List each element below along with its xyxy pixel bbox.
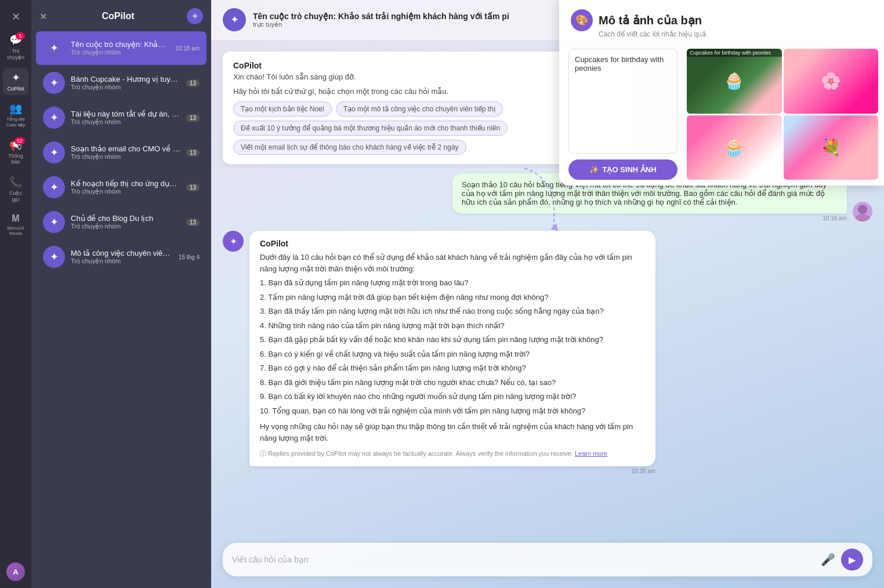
- sidebar-conversation-item[interactable]: ✦ Soạn thảo email cho CMO về kế hoạch ..…: [36, 136, 206, 169]
- image-source-tag: Cupcakes for birthday with peonies: [687, 49, 782, 57]
- close-button[interactable]: ✕: [3, 7, 28, 27]
- sidebar-item-chat[interactable]: 💬 5 Trò chuyện: [3, 30, 28, 64]
- copilot-question-item: 2. Tấm pin năng lượng mặt trời đã giúp b…: [260, 292, 645, 303]
- conversation-avatar: ✦: [43, 141, 65, 164]
- conversation-count: 13: [186, 184, 200, 191]
- conversation-meta: 10:18 am: [175, 45, 200, 52]
- conversation-content: Mô tả công việc chuyên viên tiếp thị Trò…: [71, 249, 173, 265]
- chat-input-wrapper: 🎤 ▶: [223, 543, 872, 576]
- sidebar-item-copilot[interactable]: ✦ CoPilot: [3, 68, 28, 96]
- chat-label: Trò chuyện: [5, 48, 26, 61]
- conversation-meta: 13: [186, 219, 200, 226]
- conversation-content: Soạn thảo email cho CMO về kế hoạch ... …: [71, 144, 180, 161]
- user-message-time: 10:16 am: [452, 215, 847, 222]
- calls-icon: 📞: [9, 176, 22, 188]
- conversation-subtitle: Trò chuyện nhóm: [71, 153, 180, 161]
- sidebar-conversation-item[interactable]: ✦ Kế hoạch tiếp thị cho ứng dụng CRM vớ.…: [36, 170, 206, 204]
- conversation-count: 13: [186, 114, 200, 122]
- sidebar-item-contacts[interactable]: 👥 Tổng đàiCalls tiếp: [3, 99, 28, 131]
- sidebar-conversation-item[interactable]: ✦ Tài liệu này tóm tắt về dự án, bao gồm…: [36, 101, 206, 135]
- suggestion-pill[interactable]: Tạo một kịch bản tiệc Noel: [233, 101, 332, 117]
- sparkle-icon: ✨: [589, 165, 599, 174]
- conversation-content: Chủ đề cho Blog Du lịch Trò chuyện nhóm: [71, 214, 180, 230]
- image-gen-content: Cupcakes for birthday with peonies ✨ TẠO…: [559, 43, 884, 186]
- conversation-title: Chủ đề cho Blog Du lịch: [71, 214, 180, 223]
- conversation-meta: 13: [186, 149, 200, 157]
- copilot-icon: ✦: [12, 71, 20, 84]
- sidebar-conversation-item[interactable]: ✦ Bánh Cupcake - Hương vị tuyệt vời cho …: [36, 66, 206, 100]
- copilot-question-item: 8. Bạn đã giới thiệu tấm pin năng lượng …: [260, 377, 645, 389]
- sidebar-close-button[interactable]: ✕: [39, 11, 47, 22]
- conversation-subtitle: Trò chuyện nhóm: [71, 223, 180, 230]
- image-cell[interactable]: 🌸: [784, 49, 879, 114]
- conversation-title: Tên cuộc trò chuyện: Khảo sát trả...: [71, 40, 169, 49]
- copilot-avatar-icon: ✦: [50, 146, 59, 159]
- sidebar-item-broadcast[interactable]: 📢 52 Thông báo: [3, 135, 28, 169]
- conversation-content: Bánh Cupcake - Hương vị tuyệt vời cho ..…: [71, 75, 180, 91]
- send-icon: ▶: [849, 554, 856, 565]
- svg-point-0: [858, 205, 867, 214]
- sidebar-conversation-item[interactable]: ✦ Mô tả công việc chuyên viên tiếp thị T…: [36, 240, 206, 274]
- sidebar-conversation-item[interactable]: ✦ Chủ đề cho Blog Du lịch Trò chuyện nhó…: [36, 205, 206, 239]
- sidebar-add-button[interactable]: +: [187, 8, 203, 24]
- user-avatar[interactable]: A: [6, 562, 25, 581]
- copilot-question-item: 3. Bạn đã thấy tấm pin năng lượng mặt tr…: [260, 306, 645, 317]
- conversation-subtitle: Trò chuyện nhóm: [71, 188, 180, 195]
- svg-point-1: [854, 214, 871, 222]
- mic-button[interactable]: 🎤: [821, 553, 835, 567]
- icon-bar: ✕ 💬 5 Trò chuyện ✦ CoPilot 👥 Tổng đàiCal…: [0, 0, 31, 588]
- conversation-title: Mô tả công việc chuyên viên tiếp thị: [71, 249, 173, 257]
- copilot-question-item: 5. Bạn đã gặp phải bất kỳ vấn đề hoặc kh…: [260, 334, 645, 346]
- suggestion-pill[interactable]: Đề xuất 10 ý tưởng để quảng bá một thươn…: [233, 121, 508, 136]
- sidebar-conversation-item[interactable]: ✦ Tên cuộc trò chuyện: Khảo sát trả... T…: [36, 31, 206, 65]
- cupcake-image: 💐: [784, 115, 879, 180]
- conversation-title: Tài liệu này tóm tắt về dự án, bao gồm .…: [71, 110, 180, 118]
- contacts-icon: 👥: [9, 102, 22, 115]
- broadcast-badge: 52: [15, 137, 25, 144]
- copilot-response: ✦ CoPilot Dưới đây là 10 câu hỏi bạn có …: [223, 231, 872, 474]
- create-image-button[interactable]: ✨ TẠO SINH ẢNH: [568, 159, 678, 180]
- copilot-avatar-icon: ✦: [50, 216, 59, 228]
- copilot-question-item: 4. Những tính năng nào của tấm pin năng …: [260, 320, 645, 332]
- image-gen-overlay: 🎨 Mô tả ảnh của bạn Cách để viết các lời…: [559, 0, 884, 186]
- user-avatar-chat: [853, 202, 872, 222]
- conversation-content: Tài liệu này tóm tắt về dự án, bao gồm .…: [71, 110, 180, 126]
- suggestion-pill[interactable]: Viết một email lịch sự để thông báo cho …: [233, 140, 466, 155]
- cupcake-image: 🧁: [687, 49, 782, 114]
- copilot-avatar-icon: ✦: [50, 251, 59, 263]
- image-gen-header: 🎨 Mô tả ảnh của bạn Cách để viết các lời…: [559, 0, 884, 43]
- send-button[interactable]: ▶: [841, 549, 863, 571]
- suggestion-pill[interactable]: Tạo một mô tả công việc cho chuyên viên …: [336, 101, 503, 117]
- media-label: Bitmx24Media: [8, 226, 24, 237]
- palette-icon: 🎨: [575, 14, 588, 27]
- sidebar-item-media[interactable]: M Bitmx24Media: [3, 210, 28, 240]
- image-cell[interactable]: 🧁: [687, 115, 782, 180]
- copilot-question-item: 9. Bạn có bất kỳ lời khuyên nào cho nhữn…: [260, 391, 645, 402]
- learn-more-link[interactable]: Learn more: [575, 450, 607, 457]
- conversation-time: 15 thg 4: [179, 254, 200, 260]
- chat-input[interactable]: [232, 555, 815, 564]
- conversation-title: Soạn thảo email cho CMO về kế hoạch ...: [71, 144, 180, 153]
- conversation-title: Kế hoạch tiếp thị cho ứng dụng CRM vớ...: [71, 179, 180, 188]
- sidebar-header: ✕ CoPilot +: [31, 0, 211, 30]
- conversation-content: Kế hoạch tiếp thị cho ứng dụng CRM vớ...…: [71, 179, 180, 195]
- image-cell[interactable]: Cupcakes for birthday with peonies🧁: [687, 49, 782, 114]
- conversation-avatar: ✦: [43, 107, 65, 129]
- image-cell[interactable]: 💐: [784, 115, 879, 180]
- conversation-avatar: ✦: [43, 176, 65, 198]
- chat-input-area: 🎤 ▶: [211, 535, 884, 588]
- conversation-count: 13: [186, 79, 200, 87]
- conversation-meta: 13: [186, 184, 200, 191]
- conversation-count: 13: [186, 219, 200, 226]
- image-gen-icon: 🎨: [571, 9, 593, 31]
- close-icon: ✕: [12, 10, 20, 23]
- conversation-meta: 15 thg 4: [179, 254, 200, 260]
- copilot-question-item: 7. Bạn có gợi ý nào để cải thiện sản phẩ…: [260, 362, 645, 374]
- copilot-question-item: 6. Bạn có ý kiến gì về chất lượng và hiệ…: [260, 349, 645, 360]
- sidebar-item-calls[interactable]: 📞 Cuộc gọi: [3, 172, 28, 206]
- conversation-subtitle: Trò chuyện nhóm: [71, 49, 169, 56]
- conversation-avatar: ✦: [43, 37, 65, 59]
- image-prompt-box[interactable]: Cupcakes for birthday with peonies: [568, 49, 678, 154]
- copilot-response-time: 10:38 am: [249, 468, 655, 474]
- image-gen-left: Cupcakes for birthday with peonies ✨ TẠO…: [559, 43, 687, 186]
